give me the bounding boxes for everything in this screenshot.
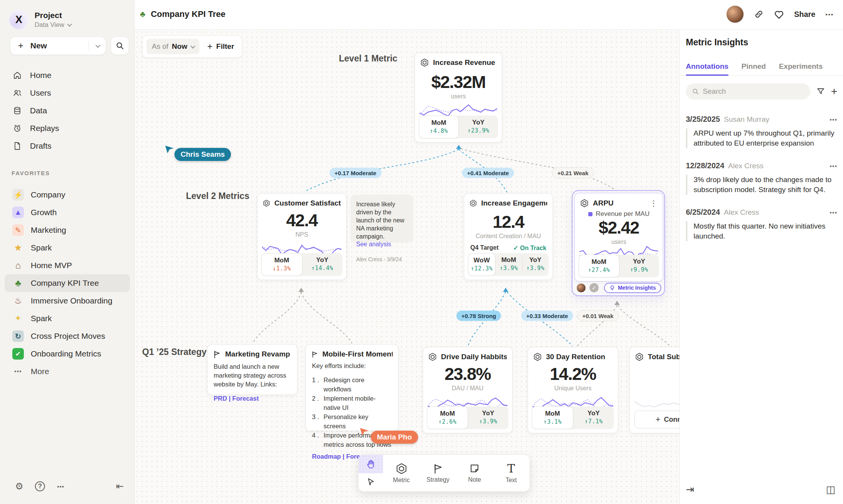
share-button[interactable]: Share	[794, 10, 816, 19]
stat-yoy[interactable]: YoY ↑14.4%	[302, 253, 343, 276]
metric-card-30-day-retention[interactable]: 30 Day Retention 14.2% Unique Users MoM …	[528, 347, 618, 433]
connect-button[interactable]: + Connect	[634, 411, 679, 428]
settings-gear-button[interactable]: ⚙	[12, 479, 27, 494]
metric-card-drive-daily-habbits[interactable]: Drive Daily Habbits 23.8% DAU / MAU MoM …	[423, 347, 513, 433]
sidebar-item-drafts[interactable]: Drafts	[0, 137, 134, 155]
favorite-item-company[interactable]: ⚡ Company	[5, 186, 130, 204]
stat-yoy[interactable]: YoY ↑23.9%	[459, 116, 498, 138]
favorite-heart-icon[interactable]	[774, 10, 784, 19]
annotation-date: 12/28/2024	[686, 161, 724, 170]
add-filter-button[interactable]: + Filter	[207, 41, 234, 52]
cursor-pointer-icon	[164, 145, 174, 154]
favorite-item-spark-2[interactable]: ✦ Spark	[5, 310, 130, 327]
sidebar-item-home[interactable]: Home	[0, 66, 134, 84]
favorite-item-growth[interactable]: ▲ Growth	[5, 204, 130, 221]
metric-tool-button[interactable]: Metric	[383, 455, 420, 491]
hand-tool-button[interactable]	[358, 455, 383, 473]
topbar-menu-button[interactable]: •••	[825, 11, 834, 18]
stat-mom[interactable]: MoM ↑4.8%	[419, 116, 459, 138]
search-input[interactable]	[703, 87, 804, 96]
plus-icon: +	[655, 414, 660, 424]
edge-arrow	[614, 301, 620, 305]
text-tool-button[interactable]: T Text	[493, 455, 529, 491]
select-tool-button[interactable]	[358, 473, 383, 492]
doc-tree-icon: ♣	[140, 9, 145, 19]
sidebar-overflow-button[interactable]: •••	[53, 479, 68, 494]
metric-card-increase-engagement[interactable]: Increase Engagement 12.4 Content Creatio…	[464, 193, 553, 280]
new-dropdown-button[interactable]	[89, 44, 106, 48]
tab-annotations[interactable]: Annotations	[686, 57, 728, 75]
card-title: Total Subscript	[648, 353, 679, 361]
favorite-label: Home MVP	[31, 261, 72, 270]
add-annotation-button[interactable]: +	[831, 85, 837, 98]
favorite-item-immersive-onboarding[interactable]: ♨ Immersive Onboarding	[5, 292, 130, 310]
stat-wow[interactable]: WoW ↑12.3%	[468, 253, 495, 276]
favorite-item-onboarding-metrics[interactable]: ✔ Onboarding Metrics	[5, 345, 130, 363]
note-tool-button[interactable]: Note	[456, 455, 493, 491]
strategy-card-mobile-first-momentum[interactable]: Mobile-First Momentum Key efforts includ…	[305, 344, 398, 431]
sidebar-item-replays[interactable]: Replays	[0, 119, 134, 137]
stat-mom[interactable]: MoM ↑27.4%	[579, 255, 619, 277]
card-title: Drive Daily Habbits	[441, 353, 507, 361]
metric-card-customer-satisfaction[interactable]: Customer Satisfaction 42.4 NPS MoM ↓1.3%…	[257, 193, 347, 280]
filter-label: Filter	[216, 42, 234, 51]
annotations-search[interactable]	[686, 83, 810, 99]
collapse-sidebar-button[interactable]: ⇤	[112, 479, 128, 494]
stat-yoy[interactable]: YoY ↑3.9%	[522, 253, 549, 276]
metric-insights-button[interactable]: Metric Insights	[604, 283, 661, 293]
project-switcher[interactable]: X Project Data View	[9, 10, 71, 29]
layout-toggle-button[interactable]: ◫	[826, 484, 835, 496]
cursor-name-label: Chris Seams	[174, 148, 231, 161]
annotation-item[interactable]: 3/25/2025 Susan Murray ••• ARPU went up …	[686, 115, 837, 148]
tab-pinned[interactable]: Pinned	[742, 57, 766, 75]
annotation-menu-button[interactable]: •••	[830, 116, 837, 123]
user-avatar[interactable]	[726, 5, 744, 23]
series-legend: Revenue per MAU	[596, 210, 650, 218]
on-track-status: ✓ On Track	[513, 244, 546, 252]
users-icon	[12, 88, 22, 98]
annotation-item[interactable]: 12/28/2024 Alex Cress ••• 3% drop likely…	[686, 161, 837, 195]
new-button[interactable]: + New	[10, 36, 106, 55]
copy-link-icon[interactable]	[754, 9, 764, 19]
annotation-note[interactable]: Increase likely driven by the launch of …	[351, 195, 413, 242]
strategy-card-marketing-revamp[interactable]: Marketing Revamp Build and launch a new …	[207, 344, 297, 395]
favorite-item-spark[interactable]: ★ Spark	[5, 239, 130, 257]
help-button[interactable]: ?	[32, 479, 48, 494]
kpi-canvas[interactable]: As of Now + Filter Level 1 Metric Level …	[134, 30, 679, 504]
metric-hexagon-icon	[396, 463, 407, 474]
stat-mom[interactable]: MoM ↑3.1%	[532, 406, 573, 429]
metric-card-total-subscriptions[interactable]: Total Subscript + Connect	[629, 347, 679, 433]
strategy-links[interactable]: PRD | Forecast	[207, 389, 297, 402]
as-of-selector[interactable]: As of Now	[146, 39, 199, 54]
more-label: More	[31, 367, 49, 376]
metric-card-increase-revenue[interactable]: Increase Revenue $2.32M users MoM ↑4.8% …	[415, 53, 502, 143]
tab-experiments[interactable]: Experiments	[779, 57, 823, 75]
sidebar-more-button[interactable]: ••• More	[5, 363, 130, 380]
see-analysis-link[interactable]: See analysis	[356, 241, 408, 248]
stat-mom[interactable]: MoM ↑3.9%	[495, 253, 522, 276]
favorite-label: Immersive Onboarding	[31, 296, 112, 305]
strategy-tool-button[interactable]: Strategy	[420, 455, 456, 491]
metric-card-arpu[interactable]: ARPU ⋮ Revenue per MAU $2.42 users MoM ↑…	[574, 193, 663, 282]
annotation-menu-button[interactable]: •••	[830, 209, 837, 216]
favorite-item-home-mvp[interactable]: ⌂ Home MVP	[5, 257, 130, 274]
sidebar-item-users[interactable]: Users	[0, 84, 134, 102]
sidebar-item-data[interactable]: Data	[0, 102, 134, 119]
favorite-item-cross-project-moves[interactable]: ↻ Cross Project Moves	[5, 327, 130, 345]
stat-mom[interactable]: MoM ↓1.3%	[261, 253, 302, 276]
flag-icon	[433, 463, 443, 474]
favorite-item-company-kpi-tree[interactable]: ♣ Company KPI Tree	[5, 274, 130, 292]
sidebar-search-button[interactable]	[111, 36, 129, 55]
stat-yoy[interactable]: YoY ↑3.9%	[468, 406, 508, 429]
stat-mom[interactable]: MoM ↑2.6%	[427, 406, 468, 429]
collapse-panel-button[interactable]: ⇥	[686, 484, 694, 496]
stat-yoy[interactable]: YoY ↑7.1%	[573, 406, 614, 429]
sidebar-item-label: Drafts	[30, 141, 51, 151]
filter-funnel-icon[interactable]	[816, 87, 825, 96]
cursor-arrow-icon	[366, 477, 375, 487]
stat-yoy[interactable]: YoY ↑9.9%	[619, 255, 659, 277]
annotation-menu-button[interactable]: •••	[830, 163, 837, 170]
card-menu-button[interactable]: ⋮	[650, 199, 657, 208]
favorite-item-marketing[interactable]: ✎ Marketing	[5, 221, 130, 239]
annotation-item[interactable]: 6/25/2024 Alex Cress ••• Mostly flat thi…	[686, 208, 837, 241]
